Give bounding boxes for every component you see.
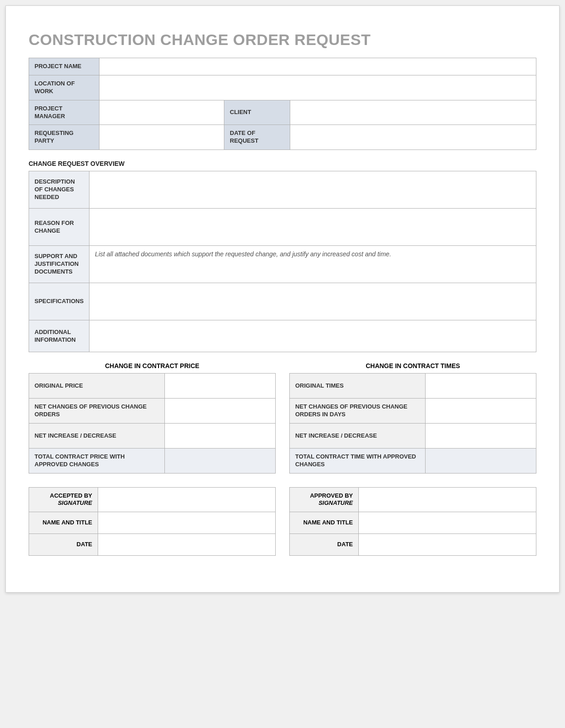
field-requesting-party[interactable]	[99, 125, 224, 150]
approved-column: APPROVED BY SIGNATURE NAME AND TITLE DAT…	[289, 487, 536, 556]
field-approved-name[interactable]	[359, 512, 536, 534]
field-total-price[interactable]	[164, 449, 275, 474]
field-client[interactable]	[290, 100, 536, 125]
accepted-column: ACCEPTED BY SIGNATURE NAME AND TITLE DAT…	[29, 487, 276, 556]
label-original-times: ORIGINAL TIMES	[290, 374, 426, 399]
field-approved-date[interactable]	[359, 534, 536, 555]
label-project-manager: PROJECT MANAGER	[29, 100, 99, 125]
field-project-manager[interactable]	[99, 100, 224, 125]
times-table: ORIGINAL TIMES NET CHANGES OF PREVIOUS C…	[289, 373, 536, 474]
field-net-prev-price[interactable]	[164, 399, 275, 424]
label-net-inc-times: NET INCREASE / DECREASE	[290, 424, 426, 449]
label-approved-date: DATE	[290, 534, 359, 555]
label-total-times: TOTAL CONTRACT TIME WITH APPROVED CHANGE…	[290, 449, 426, 474]
price-heading: CHANGE IN CONTRACT PRICE	[29, 362, 276, 369]
accepted-table: ACCEPTED BY SIGNATURE NAME AND TITLE DAT…	[29, 487, 276, 556]
field-date-of-request[interactable]	[290, 125, 536, 150]
overview-heading: CHANGE REQUEST OVERVIEW	[29, 160, 536, 167]
field-net-inc-times[interactable]	[425, 424, 536, 449]
label-accepted-date: DATE	[29, 534, 98, 555]
field-approved-signature[interactable]	[359, 488, 536, 512]
label-reason: REASON FOR CHANGE	[29, 209, 89, 246]
label-net-prev-times: NET CHANGES OF PREVIOUS CHANGE ORDERS IN…	[290, 399, 426, 424]
field-accepted-signature[interactable]	[98, 488, 276, 512]
field-net-inc-price[interactable]	[164, 424, 275, 449]
price-table: ORIGINAL PRICE NET CHANGES OF PREVIOUS C…	[29, 373, 276, 474]
approved-table: APPROVED BY SIGNATURE NAME AND TITLE DAT…	[289, 487, 536, 556]
label-location: LOCATION OF WORK	[29, 75, 99, 100]
label-date-of-request: DATE OF REQUEST	[224, 125, 290, 150]
field-support-docs[interactable]: List all attached documents which suppor…	[89, 246, 536, 283]
label-specifications: SPECIFICATIONS	[29, 283, 89, 320]
times-heading: CHANGE IN CONTRACT TIMES	[289, 362, 536, 369]
label-requesting-party: REQUESTING PARTY	[29, 125, 99, 150]
label-approved-signature: APPROVED BY SIGNATURE	[290, 488, 359, 512]
field-reason[interactable]	[89, 209, 536, 246]
label-approved-name: NAME AND TITLE	[290, 512, 359, 534]
label-total-price: TOTAL CONTRACT PRICE WITH APPROVED CHANG…	[29, 449, 165, 474]
label-net-prev-price: NET CHANGES OF PREVIOUS CHANGE ORDERS	[29, 399, 165, 424]
label-original-price: ORIGINAL PRICE	[29, 374, 165, 399]
field-total-times[interactable]	[425, 449, 536, 474]
field-original-price[interactable]	[164, 374, 275, 399]
label-description: DESCRIPTION OF CHANGES NEEDED	[29, 171, 89, 209]
label-project-name: PROJECT NAME	[29, 58, 99, 75]
field-net-prev-times[interactable]	[425, 399, 536, 424]
document-page: CONSTRUCTION CHANGE ORDER REQUEST PROJEC…	[5, 5, 560, 593]
header-table: PROJECT NAME LOCATION OF WORK PROJECT MA…	[29, 58, 536, 150]
label-support-docs: SUPPORT AND JUSTIFICATION DOCUMENTS	[29, 246, 89, 283]
field-specifications[interactable]	[89, 283, 536, 320]
field-original-times[interactable]	[425, 374, 536, 399]
label-accepted-signature: ACCEPTED BY SIGNATURE	[29, 488, 98, 512]
field-location[interactable]	[99, 75, 536, 100]
field-accepted-date[interactable]	[98, 534, 276, 555]
label-net-inc-price: NET INCREASE / DECREASE	[29, 424, 165, 449]
page-title: CONSTRUCTION CHANGE ORDER REQUEST	[29, 31, 536, 49]
field-additional-info[interactable]	[89, 320, 536, 352]
support-note: List all attached documents which suppor…	[95, 250, 391, 258]
field-accepted-name[interactable]	[98, 512, 276, 534]
times-column: CHANGE IN CONTRACT TIMES ORIGINAL TIMES …	[289, 362, 536, 474]
label-additional-info: ADDITIONAL INFORMATION	[29, 320, 89, 352]
field-project-name[interactable]	[99, 58, 536, 75]
price-column: CHANGE IN CONTRACT PRICE ORIGINAL PRICE …	[29, 362, 276, 474]
field-description[interactable]	[89, 171, 536, 209]
label-accepted-name: NAME AND TITLE	[29, 512, 98, 534]
overview-table: DESCRIPTION OF CHANGES NEEDED REASON FOR…	[29, 171, 536, 352]
label-client: CLIENT	[224, 100, 290, 125]
